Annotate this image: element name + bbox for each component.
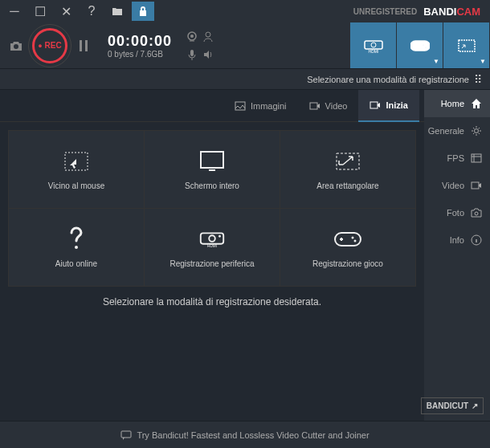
- person-icon[interactable]: [201, 30, 215, 44]
- tab-immagini[interactable]: Immagini: [223, 90, 298, 122]
- svg-rect-9: [310, 103, 317, 109]
- external-icon: ↗: [472, 401, 478, 410]
- mode-vicino-mouse[interactable]: Vicino al mouse: [9, 131, 144, 208]
- tab-inizia[interactable]: Inizia: [358, 90, 419, 122]
- fps-icon: [471, 153, 482, 163]
- sidebar: Home Generale FPS Video Foto: [424, 90, 490, 421]
- menu-icon[interactable]: ⠿: [474, 73, 482, 86]
- unregistered-label: UNREGISTERED: [353, 7, 417, 16]
- home-icon: [471, 98, 482, 109]
- svg-rect-2: [190, 50, 194, 56]
- dropdown-icon: ▼: [480, 58, 486, 65]
- svg-text:HDMI: HDMI: [207, 244, 217, 248]
- svg-text:HDMI: HDMI: [368, 49, 378, 54]
- mode-grid: Vicino al mouse Schermo intero Area rett…: [8, 130, 416, 287]
- sidebar-item-info[interactable]: Info: [424, 226, 490, 254]
- svg-point-18: [218, 234, 221, 237]
- sidebar-item-fps[interactable]: FPS: [424, 145, 490, 172]
- content-area: Immagini Video Inizia Vicino al mouse: [0, 90, 424, 421]
- brand-logo: BANDICAM: [423, 6, 480, 18]
- mic-icon[interactable]: [185, 47, 199, 62]
- svg-point-21: [354, 239, 357, 242]
- minimize-button[interactable]: ─: [3, 2, 26, 21]
- webcam-icon[interactable]: [185, 30, 199, 44]
- help-icon: [62, 227, 91, 251]
- timer-display: 00:00:00: [108, 33, 172, 50]
- subheader: Selezionare una modalità di registrazion…: [0, 69, 490, 90]
- sidebar-item-home[interactable]: Home: [424, 90, 490, 117]
- control-bar: ● REC 00:00:00 0 bytes / 7.6GB: [0, 22, 490, 69]
- lock-button[interactable]: [132, 2, 154, 21]
- video-icon: [471, 181, 482, 190]
- mode-tab-screen[interactable]: ▼: [443, 22, 490, 68]
- svg-point-15: [75, 246, 78, 249]
- mouse-area-icon: [62, 149, 91, 173]
- gear-icon: [471, 125, 482, 136]
- svg-rect-7: [459, 40, 475, 51]
- dropdown-icon: ▼: [433, 58, 439, 65]
- chat-icon: [120, 430, 132, 440]
- svg-rect-13: [209, 169, 215, 171]
- help-button[interactable]: ?: [80, 2, 103, 21]
- mode-area-rettangolare[interactable]: Area rettangolare: [280, 131, 415, 208]
- device-icon: HDMI: [198, 227, 227, 251]
- titlebar: ─ ☐ ✕ ? UNREGISTERED BANDICAM: [0, 0, 490, 22]
- footer: Try Bandicut! Fastest and Lossless Video…: [0, 421, 490, 448]
- mode-registrazione-gioco[interactable]: Registrazione gioco: [280, 209, 415, 286]
- svg-point-25: [475, 212, 478, 215]
- svg-rect-10: [370, 102, 378, 108]
- sidebar-item-video[interactable]: Video: [424, 172, 490, 199]
- footer-text: Try Bandicut! Fastest and Lossless Video…: [137, 430, 369, 440]
- svg-point-5: [371, 43, 376, 47]
- bytes-display: 0 bytes / 7.6GB: [108, 50, 163, 59]
- sidebar-item-generale[interactable]: Generale: [424, 117, 490, 145]
- svg-point-20: [352, 236, 354, 238]
- svg-rect-23: [472, 154, 481, 162]
- mode-tab-game[interactable]: ▼: [397, 22, 443, 68]
- tab-video[interactable]: Video: [298, 90, 359, 122]
- info-icon: [471, 234, 482, 246]
- svg-point-17: [209, 235, 215, 242]
- photo-icon: [471, 208, 482, 218]
- svg-point-3: [206, 32, 210, 37]
- folder-button[interactable]: [106, 2, 129, 21]
- record-button[interactable]: ● REC: [32, 28, 67, 63]
- svg-rect-12: [201, 152, 223, 168]
- svg-point-22: [475, 129, 479, 133]
- pause-button[interactable]: [72, 28, 95, 63]
- close-button[interactable]: ✕: [55, 2, 77, 21]
- mode-tab-hdmi[interactable]: HDMI: [350, 22, 397, 68]
- camera-icon[interactable]: [5, 35, 27, 57]
- rect-area-icon: [333, 149, 362, 173]
- bandicut-button[interactable]: BANDICUT ↗: [421, 397, 484, 414]
- svg-rect-27: [121, 431, 131, 438]
- maximize-button[interactable]: ☐: [29, 2, 51, 21]
- mode-registrazione-periferica[interactable]: HDMI Registrazione periferica: [145, 209, 280, 286]
- subheader-text: Selezionare una modalità di registrazion…: [307, 75, 469, 84]
- svg-rect-24: [472, 182, 479, 189]
- sidebar-item-foto[interactable]: Foto: [424, 199, 490, 226]
- game-icon: [333, 227, 362, 251]
- speaker-icon[interactable]: [201, 47, 215, 62]
- instruction-text: Selezionare la modalità di registrazione…: [8, 296, 416, 307]
- fullscreen-icon: [198, 149, 227, 173]
- svg-rect-14: [337, 153, 359, 169]
- svg-point-1: [190, 35, 194, 38]
- mode-schermo-intero[interactable]: Schermo intero: [145, 131, 280, 208]
- mode-aiuto-online[interactable]: Aiuto online: [9, 209, 144, 286]
